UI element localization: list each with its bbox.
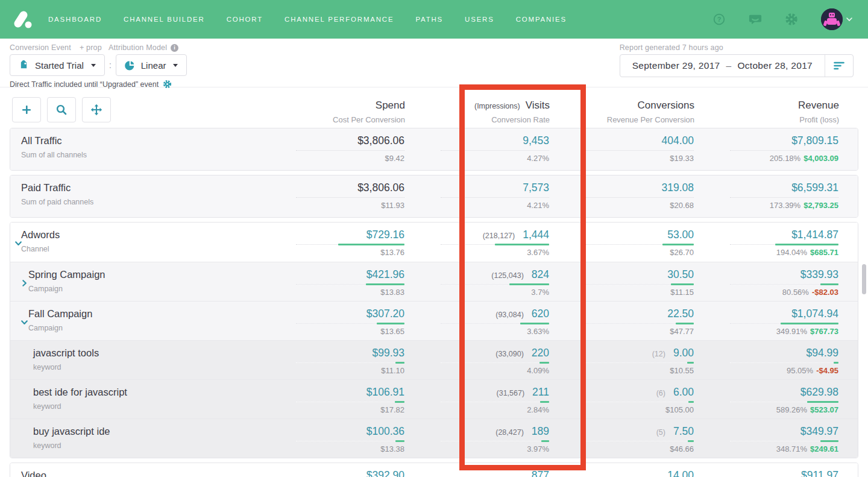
chevron-right-icon[interactable] [20,279,28,289]
value-rule [441,402,549,402]
value-bar [539,362,549,364]
cell-spend: $3,806.06$9.42 [260,128,404,170]
table-row-spring-campaign[interactable]: Spring CampaignCampaign$421.96$13.83(125… [10,262,858,301]
column-header-spend[interactable]: SpendCost Per Conversion [260,97,405,124]
table-card: All TrafficSum of all channels$3,806.06$… [10,128,858,171]
row-type: Campaign [28,285,260,293]
add-channel-button[interactable] [12,97,41,122]
value-rule [441,284,549,285]
nav-item-channel-performance[interactable]: CHANNEL PERFORMANCE [285,16,394,23]
cell-main-value: 7,573 [523,182,549,194]
cell-sub-value: $105.00 [665,405,694,414]
cell-revenue: $94.9995.05%-$4.95 [694,341,838,379]
app-logo[interactable] [10,7,35,32]
direct-traffic-note: Direct Traffic included until “Upgraded”… [10,80,159,89]
value-rule [296,244,404,245]
row-name: best ide for javascript [33,387,260,398]
table-row-buy-javascript-ide[interactable]: buy javascript idekeyword$100.36$13.38(2… [10,419,858,458]
row-name-cell: VideoChannel [10,463,260,477]
gear-icon[interactable] [785,13,798,26]
add-prop-link[interactable]: + prop [80,43,102,52]
cell-sub-value: 3.67% [527,248,549,257]
table-row-best-ide-for-javascript[interactable]: best ide for javascriptkeyword$106.91$17… [10,379,858,419]
date-start[interactable]: September 29, 2017 [632,60,720,71]
nav-item-cohort[interactable]: COHORT [227,16,263,23]
row-name: buy javascript ide [33,426,260,437]
value-bar [807,401,838,403]
column-header-sub: Cost Per Conversion [260,115,405,124]
nav-item-channel-builder[interactable]: CHANNEL BUILDER [124,16,205,23]
column-header-revenue[interactable]: RevenueProfit (loss) [694,97,839,124]
impressions-count: (33,090) [495,350,524,358]
nav-item-companies[interactable]: COMPANIES [516,16,567,23]
cell-main-value: $1,074.94 [791,308,838,320]
date-end[interactable]: October 28, 2017 [737,60,813,71]
cell-conversions: 319.08$20.68 [549,175,694,217]
profit-value: $685.71 [810,248,838,257]
chat-icon[interactable] [749,13,762,26]
value-rule [585,197,694,198]
cell-main-value: $349.97 [800,425,838,438]
cell-main-value: 1,444 [523,229,549,241]
filter-separator: : [109,60,112,70]
cell-main-value: $3,806.06 [357,134,404,147]
attribution-model-select[interactable]: Linear [116,54,187,76]
value-rule [441,150,549,151]
cell-sub-value: 2.84% [527,405,549,414]
row-name-cell: Spring CampaignCampaign [10,262,260,301]
settings-gear-icon[interactable] [163,80,172,89]
column-header-conversions[interactable]: ConversionsRevenue Per Conversion [550,97,694,124]
chevron-down-icon[interactable] [20,318,28,329]
cell-spend: $729.16$13.76 [260,223,404,262]
profit-value: $767.73 [810,327,838,336]
chevron-down-icon[interactable] [14,239,22,250]
move-button[interactable] [82,97,111,122]
column-header-visits[interactable]: (Impressions)VisitsConversion Rate [405,97,550,124]
table-row-video[interactable]: VideoChannel$392.9087714.00$911.97 [10,463,858,477]
value-bar [541,440,549,442]
value-bar [781,323,838,324]
profit-percent: 349.91% [776,327,807,336]
profit-percent: 80.56% [782,288,809,297]
cell-visits: (125,043)8243.7% [404,262,549,301]
cell-sub-value: $20.68 [670,201,694,210]
row-name: Spring Campaign [28,269,260,280]
row-name: Paid Traffic [21,182,260,194]
cell-conversions: 22.50$47.77 [549,302,694,340]
cell-sub-value: 4.27% [527,154,549,163]
filter-lines-icon[interactable] [825,62,853,70]
profit-percent: 589.26% [776,405,807,414]
cell-main-value: 9,453 [523,134,549,147]
table-row-fall-campaign[interactable]: Fall CampaignCampaign$307.20$13.65(93,08… [10,301,858,340]
table-row-paid-traffic[interactable]: Paid TrafficSum of paid channels$3,806.0… [10,175,858,217]
value-rule [585,244,694,245]
profit-percent: 205.18% [770,154,800,163]
table-row-all-traffic[interactable]: All TrafficSum of all channels$3,806.06$… [10,128,858,170]
cell-sub-value: $9.42 [385,154,404,163]
row-type: keyword [33,402,260,411]
table-row-javascript-tools[interactable]: javascript toolskeyword$99.93$11.10(33,0… [10,340,858,379]
nav-item-dashboard[interactable]: DASHBOARD [48,16,102,23]
nav-item-paths[interactable]: PATHS [415,16,443,23]
table-row-adwords[interactable]: AdwordsChannel$729.16$13.76(218,127)1,44… [10,223,858,262]
info-icon[interactable]: i [171,44,178,52]
help-icon[interactable]: ? [712,13,726,26]
nav-item-users[interactable]: USERS [465,16,494,23]
table-toolbar [10,97,260,122]
row-name-cell: javascript toolskeyword [10,341,260,379]
value-rule [441,244,549,245]
cell-main-value: 824 [532,268,549,281]
value-bar [688,440,694,442]
vertical-scrollbar[interactable] [862,264,866,294]
row-name-cell: Paid TrafficSum of paid channels [10,175,260,217]
date-range-picker[interactable]: September 29, 2017 – October 28, 2017 [620,54,854,77]
row-name: All Traffic [21,135,260,147]
conversion-event-select[interactable]: Started Trial [10,54,105,76]
user-menu[interactable] [821,8,852,30]
value-rule [730,197,838,198]
row-type: Campaign [28,324,260,332]
search-button[interactable] [47,97,76,122]
avatar[interactable] [821,8,843,30]
conversion-event-label: Conversion Event [10,43,71,52]
value-bar [540,401,549,403]
